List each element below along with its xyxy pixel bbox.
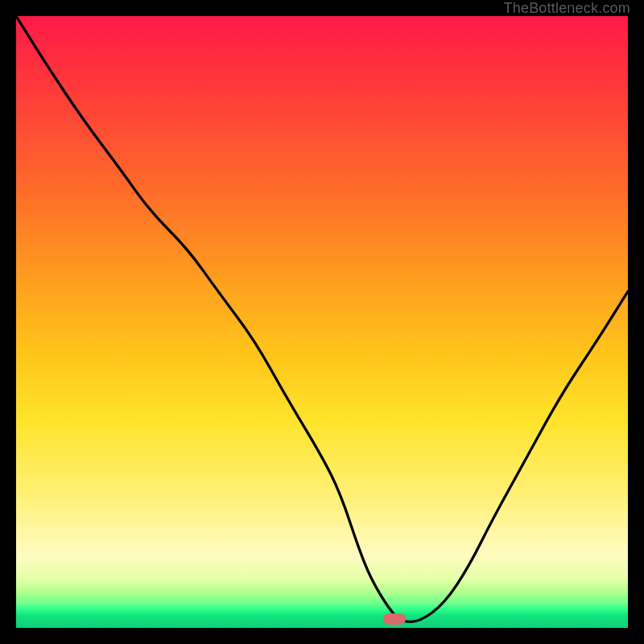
optimal-marker: [383, 613, 406, 625]
curve-path: [16, 16, 628, 621]
bottleneck-curve: [16, 16, 628, 628]
plot-area: [16, 16, 628, 628]
attribution-label: TheBottleneck.com: [504, 0, 630, 17]
chart-frame: TheBottleneck.com: [0, 0, 644, 644]
